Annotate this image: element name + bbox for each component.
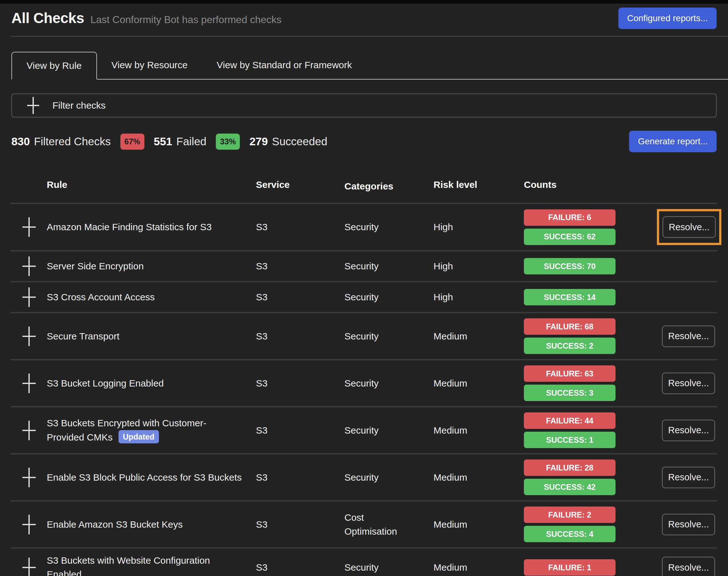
rule-name: Amazon Macie Finding Statistics for S3 (47, 222, 212, 232)
generate-report-button[interactable]: Generate report... (629, 131, 717, 152)
table-row: S3 Cross Account AccessS3SecurityHighSUC… (11, 282, 717, 312)
counts-cell: FAILURE: 1 (524, 559, 616, 576)
expand-plus-icon[interactable] (23, 468, 36, 487)
expand-plus-icon[interactable] (23, 374, 36, 393)
table-row: S3 Buckets with Website Configuration En… (11, 549, 717, 576)
resolve-button[interactable]: Resolve... (662, 557, 715, 576)
tab-view-by-rule[interactable]: View by Rule (11, 52, 97, 80)
succeeded-stat: 279Succeeded (249, 135, 327, 148)
success-count-badge: SUCCESS: 14 (524, 289, 616, 306)
tab-view-by-standard-or-framework[interactable]: View by Standard or Framework (202, 51, 366, 79)
risk-level-cell: Medium (433, 331, 524, 342)
counts-cell: SUCCESS: 70 (524, 258, 616, 275)
plus-icon (27, 97, 39, 114)
failure-count-badge: FAILURE: 44 (524, 412, 616, 429)
action-cell: Resolve... (616, 467, 717, 488)
failure-count-badge: FAILURE: 2 (524, 507, 616, 523)
table-row: S3 Bucket Logging EnabledS3SecurityMediu… (11, 360, 717, 406)
expand-plus-icon[interactable] (23, 558, 36, 576)
filtered-count: 830 (11, 135, 30, 147)
column-header-expand (11, 179, 47, 193)
rule-name: Enable S3 Block Public Access for S3 Buc… (47, 472, 242, 483)
action-cell: Resolve... (616, 557, 717, 576)
failure-count-badge: FAILURE: 6 (524, 209, 616, 226)
action-cell: Resolve... (616, 420, 717, 441)
expand-plus-icon[interactable] (23, 326, 36, 346)
failure-count-badge: FAILURE: 28 (524, 459, 616, 476)
failed-percentage-badge: 67% (120, 134, 144, 150)
expand-plus-icon[interactable] (23, 217, 36, 237)
expand-cell (11, 217, 47, 237)
expand-cell (11, 421, 47, 440)
resolve-button[interactable]: Resolve... (662, 514, 715, 535)
rule-cell: Server Side Encryption (47, 259, 256, 273)
table-header-row: Rule Service Categories Risk level Count… (11, 172, 717, 203)
counts-cell: FAILURE: 44SUCCESS: 1 (524, 412, 616, 448)
resolve-button[interactable]: Resolve... (662, 373, 715, 394)
action-cell: Resolve... (616, 209, 717, 245)
categories-cell: Security (344, 376, 433, 390)
rule-name: Server Side Encryption (47, 261, 144, 271)
rule-cell: Enable S3 Block Public Access for S3 Buc… (47, 470, 256, 484)
risk-level-cell: Medium (433, 425, 524, 436)
expand-plus-icon[interactable] (23, 256, 36, 276)
risk-level-cell: Medium (433, 562, 524, 573)
rule-name: S3 Bucket Logging Enabled (47, 378, 164, 388)
checks-table: Rule Service Categories Risk level Count… (11, 172, 717, 576)
rule-name: Secure Transport (47, 331, 119, 341)
risk-level-cell: Medium (433, 519, 524, 530)
counts-cell: FAILURE: 28SUCCESS: 42 (524, 459, 616, 495)
filter-checks-bar[interactable]: Filter checks (11, 93, 717, 117)
expand-plus-icon[interactable] (23, 421, 36, 440)
categories-cell: Security (344, 560, 433, 574)
rule-name: S3 Cross Account Access (47, 292, 155, 302)
expand-plus-icon[interactable] (23, 515, 36, 534)
column-header-categories: Categories (344, 179, 433, 193)
rule-cell: S3 Bucket Logging Enabled (47, 376, 256, 390)
counts-cell: FAILURE: 2SUCCESS: 4 (524, 507, 616, 542)
expand-cell (11, 515, 47, 534)
page-subtitle: Last Conformity Bot has performed checks (90, 14, 282, 26)
categories-cell: Security (344, 290, 433, 304)
table-row: Enable Amazon S3 Bucket KeysS3Cost Optim… (11, 501, 717, 547)
failure-count-badge: FAILURE: 68 (524, 318, 616, 335)
updated-badge: Updated (118, 430, 159, 443)
categories-cell: Cost Optimisation (344, 511, 433, 539)
resolve-button[interactable]: Resolve... (662, 420, 715, 441)
filtered-checks-stat: 830Filtered Checks (11, 135, 111, 148)
success-count-badge: SUCCESS: 62 (524, 229, 616, 245)
all-checks-page: All Checks Last Conformity Bot has perfo… (0, 4, 728, 576)
rule-cell: Amazon Macie Finding Statistics for S3 (47, 220, 256, 234)
table-row: Secure TransportS3SecurityMediumFAILURE:… (11, 313, 717, 359)
failure-count-badge: FAILURE: 63 (524, 365, 616, 382)
configured-reports-button[interactable]: Configured reports... (618, 7, 717, 29)
action-cell: Resolve... (616, 325, 717, 347)
resolve-button[interactable]: Resolve... (662, 467, 715, 488)
success-count-badge: SUCCESS: 4 (524, 526, 616, 542)
resolve-button[interactable]: Resolve... (663, 216, 716, 238)
counts-cell: FAILURE: 68SUCCESS: 2 (524, 318, 616, 354)
resolve-button[interactable]: Resolve... (662, 325, 715, 347)
expand-plus-icon[interactable] (23, 287, 36, 307)
filter-checks-label: Filter checks (52, 100, 106, 111)
failure-count-badge: FAILURE: 1 (524, 559, 616, 576)
success-count-badge: SUCCESS: 1 (524, 432, 616, 448)
service-cell: S3 (256, 222, 344, 232)
rule-cell: S3 Buckets with Website Configuration En… (47, 554, 256, 576)
failed-count: 551 (154, 135, 172, 147)
column-header-counts: Counts (524, 179, 616, 193)
view-tabs: View by Rule View by Resource View by St… (11, 51, 728, 80)
table-row: S3 Buckets Encrypted with Customer-Provi… (11, 407, 717, 453)
categories-cell: Security (344, 220, 433, 234)
service-cell: S3 (256, 378, 344, 389)
succeeded-count: 279 (249, 135, 268, 147)
rule-cell: Enable Amazon S3 Bucket Keys (47, 518, 256, 531)
service-cell: S3 (256, 472, 344, 483)
table-rows: Amazon Macie Finding Statistics for S3S3… (11, 204, 717, 576)
tab-view-by-resource[interactable]: View by Resource (97, 51, 202, 79)
risk-level-cell: Medium (433, 378, 524, 389)
success-count-badge: SUCCESS: 3 (524, 385, 616, 401)
service-cell: S3 (256, 292, 344, 303)
failed-label: Failed (176, 135, 206, 147)
expand-cell (11, 468, 47, 487)
